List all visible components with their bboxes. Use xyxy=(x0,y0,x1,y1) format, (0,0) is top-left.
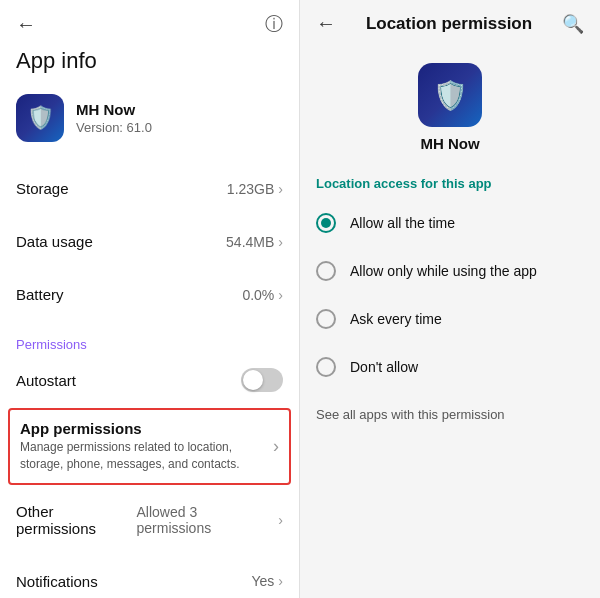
search-icon[interactable]: 🔍 xyxy=(562,13,584,35)
battery-row[interactable]: Battery 0.0% › xyxy=(0,272,299,317)
right-back-button[interactable]: ← xyxy=(316,12,336,35)
storage-label: Storage xyxy=(16,180,69,197)
notifications-label: Notifications xyxy=(16,573,98,590)
right-header: ← Location permission 🔍 xyxy=(300,0,600,43)
radio-ask-every[interactable] xyxy=(316,309,336,329)
app-version: Version: 61.0 xyxy=(76,120,152,135)
notifications-row[interactable]: Notifications Yes › xyxy=(0,559,299,598)
data-usage-label: Data usage xyxy=(16,233,93,250)
radio-allow-using[interactable] xyxy=(316,261,336,281)
page-title: App info xyxy=(0,44,299,86)
other-permissions-value: Allowed 3 permissions › xyxy=(137,504,284,536)
app-permissions-title: App permissions xyxy=(20,420,265,437)
other-permissions-label: Other permissions xyxy=(16,503,137,537)
storage-value: 1.23GB › xyxy=(227,181,283,197)
permission-label-ask-every: Ask every time xyxy=(350,311,442,327)
right-app-name: MH Now xyxy=(300,135,600,152)
info-icon[interactable]: ⓘ xyxy=(265,12,283,36)
autostart-label: Autostart xyxy=(16,372,76,389)
radio-allow-all[interactable] xyxy=(316,213,336,233)
app-info-row: 🛡️ MH Now Version: 61.0 xyxy=(0,86,299,158)
permissions-section-label: Permissions xyxy=(0,325,299,356)
chevron-icon: › xyxy=(278,181,283,197)
chevron-icon: › xyxy=(273,436,279,457)
chevron-icon: › xyxy=(278,287,283,303)
app-permissions-row[interactable]: App permissions Manage permissions relat… xyxy=(8,408,291,485)
other-permissions-row[interactable]: Other permissions Allowed 3 permissions … xyxy=(0,489,299,551)
left-header: ← ⓘ xyxy=(0,0,299,44)
app-name-version: MH Now Version: 61.0 xyxy=(76,101,152,135)
permission-label-allow-using: Allow only while using the app xyxy=(350,263,537,279)
app-permissions-inner: App permissions Manage permissions relat… xyxy=(20,420,279,473)
battery-value: 0.0% › xyxy=(242,287,283,303)
storage-row[interactable]: Storage 1.23GB › xyxy=(0,166,299,211)
chevron-icon: › xyxy=(278,512,283,528)
permission-option-allow-all[interactable]: Allow all the time xyxy=(300,199,600,247)
app-name: MH Now xyxy=(76,101,152,118)
see-all-apps-link[interactable]: See all apps with this permission xyxy=(300,391,600,438)
autostart-toggle[interactable] xyxy=(241,368,283,392)
permission-label-dont-allow: Don't allow xyxy=(350,359,418,375)
app-icon: 🛡️ xyxy=(16,94,64,142)
app-permissions-text: App permissions Manage permissions relat… xyxy=(20,420,265,473)
data-usage-value: 54.4MB › xyxy=(226,234,283,250)
radio-dont-allow[interactable] xyxy=(316,357,336,377)
notifications-value: Yes › xyxy=(251,573,283,589)
autostart-row: Autostart xyxy=(0,356,299,404)
back-button[interactable]: ← xyxy=(16,13,36,36)
right-panel: ← Location permission 🔍 🛡️ MH Now Locati… xyxy=(300,0,600,598)
permission-option-dont-allow[interactable]: Don't allow xyxy=(300,343,600,391)
right-page-title: Location permission xyxy=(336,14,562,34)
left-panel: ← ⓘ App info 🛡️ MH Now Version: 61.0 Sto… xyxy=(0,0,300,598)
chevron-icon: › xyxy=(278,573,283,589)
data-usage-row[interactable]: Data usage 54.4MB › xyxy=(0,219,299,264)
app-permissions-desc: Manage permissions related to location, … xyxy=(20,439,265,473)
permission-option-ask-every[interactable]: Ask every time xyxy=(300,295,600,343)
right-app-icon: 🛡️ xyxy=(418,63,482,127)
permission-label-allow-all: Allow all the time xyxy=(350,215,455,231)
battery-label: Battery xyxy=(16,286,64,303)
location-access-label: Location access for this app xyxy=(300,168,600,199)
permission-option-allow-using[interactable]: Allow only while using the app xyxy=(300,247,600,295)
chevron-icon: › xyxy=(278,234,283,250)
